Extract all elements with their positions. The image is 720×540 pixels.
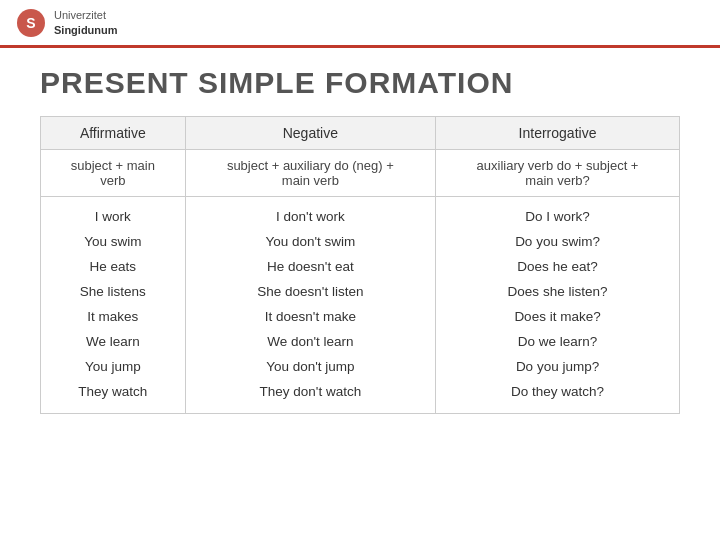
svg-text:S: S xyxy=(26,15,35,31)
col-interrogative-header: Interrogative xyxy=(436,117,680,150)
examples-affirmative: I workYou swimHe eatsShe listensIt makes… xyxy=(41,197,186,414)
formula-row: subject + mainverb subject + auxiliary d… xyxy=(41,150,680,197)
logo-line1: Univerzitet xyxy=(54,8,118,22)
examples-row: I workYou swimHe eatsShe listensIt makes… xyxy=(41,197,680,414)
logo-name: Singidunum xyxy=(54,24,118,36)
col-negative-header: Negative xyxy=(185,117,435,150)
page-title: PRESENT SIMPLE FORMATION xyxy=(0,48,720,116)
formula-affirmative: subject + mainverb xyxy=(41,150,186,197)
grammar-table: Affirmative Negative Interrogative subje… xyxy=(40,116,680,414)
header: S Univerzitet Singidunum xyxy=(0,0,720,48)
header-row: Affirmative Negative Interrogative xyxy=(41,117,680,150)
table-container: Affirmative Negative Interrogative subje… xyxy=(0,116,720,414)
col-affirmative-header: Affirmative xyxy=(41,117,186,150)
formula-negative: subject + auxiliary do (neg) +main verb xyxy=(185,150,435,197)
examples-negative: I don't workYou don't swimHe doesn't eat… xyxy=(185,197,435,414)
formula-interrogative: auxiliary verb do + subject +main verb? xyxy=(436,150,680,197)
logo-icon: S xyxy=(16,8,46,38)
logo-text: Univerzitet Singidunum xyxy=(54,8,118,37)
examples-interrogative: Do I work?Do you swim?Does he eat?Does s… xyxy=(436,197,680,414)
logo-area: S Univerzitet Singidunum xyxy=(16,8,118,38)
